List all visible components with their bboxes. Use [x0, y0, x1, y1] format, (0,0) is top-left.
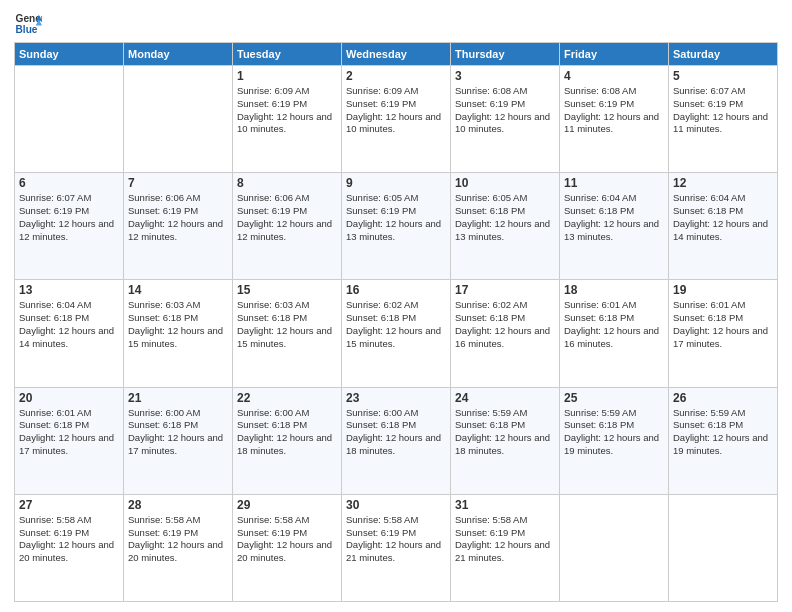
cell-day-number: 13 — [19, 283, 119, 297]
cell-info: Sunrise: 6:02 AM Sunset: 6:18 PM Dayligh… — [346, 299, 446, 350]
cell-info: Sunrise: 6:00 AM Sunset: 6:18 PM Dayligh… — [346, 407, 446, 458]
calendar-cell: 3Sunrise: 6:08 AM Sunset: 6:19 PM Daylig… — [451, 66, 560, 173]
cell-day-number: 24 — [455, 391, 555, 405]
calendar-cell: 26Sunrise: 5:59 AM Sunset: 6:18 PM Dayli… — [669, 387, 778, 494]
day-header-thursday: Thursday — [451, 43, 560, 66]
cell-day-number: 23 — [346, 391, 446, 405]
calendar-cell: 19Sunrise: 6:01 AM Sunset: 6:18 PM Dayli… — [669, 280, 778, 387]
cell-info: Sunrise: 6:06 AM Sunset: 6:19 PM Dayligh… — [128, 192, 228, 243]
calendar-cell: 24Sunrise: 5:59 AM Sunset: 6:18 PM Dayli… — [451, 387, 560, 494]
calendar-cell: 5Sunrise: 6:07 AM Sunset: 6:19 PM Daylig… — [669, 66, 778, 173]
cell-info: Sunrise: 6:01 AM Sunset: 6:18 PM Dayligh… — [564, 299, 664, 350]
cell-day-number: 3 — [455, 69, 555, 83]
cell-day-number: 29 — [237, 498, 337, 512]
cell-info: Sunrise: 6:05 AM Sunset: 6:19 PM Dayligh… — [346, 192, 446, 243]
calendar-cell: 6Sunrise: 6:07 AM Sunset: 6:19 PM Daylig… — [15, 173, 124, 280]
calendar-cell: 27Sunrise: 5:58 AM Sunset: 6:19 PM Dayli… — [15, 494, 124, 601]
cell-info: Sunrise: 6:04 AM Sunset: 6:18 PM Dayligh… — [19, 299, 119, 350]
cell-info: Sunrise: 6:09 AM Sunset: 6:19 PM Dayligh… — [237, 85, 337, 136]
cell-day-number: 17 — [455, 283, 555, 297]
cell-info: Sunrise: 5:58 AM Sunset: 6:19 PM Dayligh… — [346, 514, 446, 565]
calendar-week-1: 1Sunrise: 6:09 AM Sunset: 6:19 PM Daylig… — [15, 66, 778, 173]
calendar-cell: 14Sunrise: 6:03 AM Sunset: 6:18 PM Dayli… — [124, 280, 233, 387]
top-header: General Blue — [14, 10, 778, 38]
calendar-cell: 15Sunrise: 6:03 AM Sunset: 6:18 PM Dayli… — [233, 280, 342, 387]
day-header-monday: Monday — [124, 43, 233, 66]
cell-day-number: 20 — [19, 391, 119, 405]
cell-day-number: 26 — [673, 391, 773, 405]
calendar-cell: 7Sunrise: 6:06 AM Sunset: 6:19 PM Daylig… — [124, 173, 233, 280]
calendar-cell: 31Sunrise: 5:58 AM Sunset: 6:19 PM Dayli… — [451, 494, 560, 601]
cell-info: Sunrise: 6:00 AM Sunset: 6:18 PM Dayligh… — [128, 407, 228, 458]
cell-info: Sunrise: 5:58 AM Sunset: 6:19 PM Dayligh… — [19, 514, 119, 565]
cell-day-number: 5 — [673, 69, 773, 83]
calendar-cell: 13Sunrise: 6:04 AM Sunset: 6:18 PM Dayli… — [15, 280, 124, 387]
calendar-cell: 12Sunrise: 6:04 AM Sunset: 6:18 PM Dayli… — [669, 173, 778, 280]
calendar-cell: 18Sunrise: 6:01 AM Sunset: 6:18 PM Dayli… — [560, 280, 669, 387]
cell-info: Sunrise: 6:08 AM Sunset: 6:19 PM Dayligh… — [455, 85, 555, 136]
calendar-cell: 10Sunrise: 6:05 AM Sunset: 6:18 PM Dayli… — [451, 173, 560, 280]
cell-info: Sunrise: 6:04 AM Sunset: 6:18 PM Dayligh… — [673, 192, 773, 243]
cell-info: Sunrise: 6:06 AM Sunset: 6:19 PM Dayligh… — [237, 192, 337, 243]
cell-day-number: 6 — [19, 176, 119, 190]
cell-day-number: 21 — [128, 391, 228, 405]
cell-info: Sunrise: 6:07 AM Sunset: 6:19 PM Dayligh… — [673, 85, 773, 136]
calendar-cell: 9Sunrise: 6:05 AM Sunset: 6:19 PM Daylig… — [342, 173, 451, 280]
calendar-cell: 17Sunrise: 6:02 AM Sunset: 6:18 PM Dayli… — [451, 280, 560, 387]
cell-day-number: 15 — [237, 283, 337, 297]
calendar-cell: 16Sunrise: 6:02 AM Sunset: 6:18 PM Dayli… — [342, 280, 451, 387]
svg-text:Blue: Blue — [16, 24, 38, 35]
cell-day-number: 10 — [455, 176, 555, 190]
cell-day-number: 19 — [673, 283, 773, 297]
cell-day-number: 22 — [237, 391, 337, 405]
calendar-week-4: 20Sunrise: 6:01 AM Sunset: 6:18 PM Dayli… — [15, 387, 778, 494]
calendar-header-row: SundayMondayTuesdayWednesdayThursdayFrid… — [15, 43, 778, 66]
calendar-cell — [669, 494, 778, 601]
calendar-cell — [560, 494, 669, 601]
cell-info: Sunrise: 6:09 AM Sunset: 6:19 PM Dayligh… — [346, 85, 446, 136]
cell-day-number: 16 — [346, 283, 446, 297]
cell-info: Sunrise: 6:01 AM Sunset: 6:18 PM Dayligh… — [673, 299, 773, 350]
cell-info: Sunrise: 6:08 AM Sunset: 6:19 PM Dayligh… — [564, 85, 664, 136]
cell-info: Sunrise: 5:58 AM Sunset: 6:19 PM Dayligh… — [128, 514, 228, 565]
cell-info: Sunrise: 6:01 AM Sunset: 6:18 PM Dayligh… — [19, 407, 119, 458]
day-header-sunday: Sunday — [15, 43, 124, 66]
cell-day-number: 9 — [346, 176, 446, 190]
cell-info: Sunrise: 6:00 AM Sunset: 6:18 PM Dayligh… — [237, 407, 337, 458]
cell-info: Sunrise: 6:03 AM Sunset: 6:18 PM Dayligh… — [237, 299, 337, 350]
cell-day-number: 31 — [455, 498, 555, 512]
calendar-week-3: 13Sunrise: 6:04 AM Sunset: 6:18 PM Dayli… — [15, 280, 778, 387]
calendar-page: General Blue SundayMondayTuesdayWednesda… — [0, 0, 792, 612]
calendar-cell: 22Sunrise: 6:00 AM Sunset: 6:18 PM Dayli… — [233, 387, 342, 494]
day-header-friday: Friday — [560, 43, 669, 66]
calendar-cell — [124, 66, 233, 173]
cell-day-number: 28 — [128, 498, 228, 512]
calendar-cell: 25Sunrise: 5:59 AM Sunset: 6:18 PM Dayli… — [560, 387, 669, 494]
logo: General Blue — [14, 10, 46, 38]
cell-day-number: 18 — [564, 283, 664, 297]
calendar-table: SundayMondayTuesdayWednesdayThursdayFrid… — [14, 42, 778, 602]
cell-day-number: 4 — [564, 69, 664, 83]
cell-info: Sunrise: 6:02 AM Sunset: 6:18 PM Dayligh… — [455, 299, 555, 350]
cell-info: Sunrise: 6:04 AM Sunset: 6:18 PM Dayligh… — [564, 192, 664, 243]
calendar-cell: 23Sunrise: 6:00 AM Sunset: 6:18 PM Dayli… — [342, 387, 451, 494]
cell-info: Sunrise: 5:58 AM Sunset: 6:19 PM Dayligh… — [455, 514, 555, 565]
cell-info: Sunrise: 6:03 AM Sunset: 6:18 PM Dayligh… — [128, 299, 228, 350]
cell-day-number: 2 — [346, 69, 446, 83]
calendar-body: 1Sunrise: 6:09 AM Sunset: 6:19 PM Daylig… — [15, 66, 778, 602]
cell-info: Sunrise: 5:59 AM Sunset: 6:18 PM Dayligh… — [564, 407, 664, 458]
cell-info: Sunrise: 6:07 AM Sunset: 6:19 PM Dayligh… — [19, 192, 119, 243]
cell-day-number: 8 — [237, 176, 337, 190]
calendar-cell: 2Sunrise: 6:09 AM Sunset: 6:19 PM Daylig… — [342, 66, 451, 173]
cell-info: Sunrise: 6:05 AM Sunset: 6:18 PM Dayligh… — [455, 192, 555, 243]
calendar-cell — [15, 66, 124, 173]
day-header-tuesday: Tuesday — [233, 43, 342, 66]
calendar-cell: 11Sunrise: 6:04 AM Sunset: 6:18 PM Dayli… — [560, 173, 669, 280]
cell-info: Sunrise: 5:59 AM Sunset: 6:18 PM Dayligh… — [455, 407, 555, 458]
calendar-cell: 8Sunrise: 6:06 AM Sunset: 6:19 PM Daylig… — [233, 173, 342, 280]
cell-day-number: 30 — [346, 498, 446, 512]
day-header-wednesday: Wednesday — [342, 43, 451, 66]
calendar-cell: 29Sunrise: 5:58 AM Sunset: 6:19 PM Dayli… — [233, 494, 342, 601]
cell-day-number: 14 — [128, 283, 228, 297]
cell-day-number: 7 — [128, 176, 228, 190]
